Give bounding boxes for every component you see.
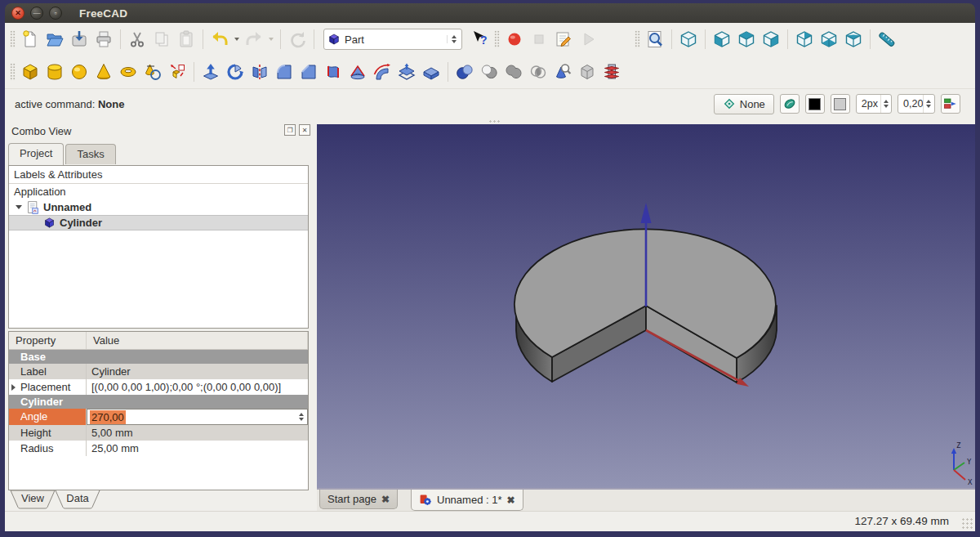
window-minimize-button[interactable]: — bbox=[30, 7, 43, 20]
redo-history-dropdown[interactable] bbox=[266, 27, 276, 51]
property-row-height[interactable]: Height 5,00 mm bbox=[9, 425, 308, 441]
property-group-base[interactable]: Base bbox=[9, 350, 308, 364]
view-front-button[interactable] bbox=[710, 27, 734, 51]
part-cut-button[interactable] bbox=[477, 60, 501, 84]
view-axonometric-button[interactable] bbox=[676, 27, 701, 51]
macro-play-button[interactable] bbox=[576, 27, 600, 51]
part-fillet-button[interactable] bbox=[272, 60, 296, 84]
tab-project[interactable]: Project bbox=[8, 143, 64, 165]
line-color-button[interactable] bbox=[805, 94, 825, 114]
part-primitives-button[interactable] bbox=[140, 60, 165, 84]
expander-icon[interactable] bbox=[16, 205, 22, 209]
3d-viewport[interactable]: Z Y X bbox=[317, 124, 975, 488]
part-box-button[interactable] bbox=[18, 60, 42, 84]
part-extrude-button[interactable] bbox=[198, 60, 223, 84]
property-row-placement[interactable]: Placement [(0,00 0,00 1,00);0,00 °;(0,00… bbox=[9, 379, 308, 395]
part-ruled-surface-button[interactable] bbox=[321, 60, 345, 84]
panel-close-button[interactable]: ✕ bbox=[299, 124, 310, 136]
part-thickness-button[interactable] bbox=[419, 60, 443, 84]
view-fit-all-button[interactable] bbox=[643, 27, 667, 51]
scale-spinbox[interactable]: 0,20 bbox=[898, 94, 935, 114]
copy-button[interactable] bbox=[149, 27, 174, 51]
tab-data[interactable]: Data bbox=[55, 490, 100, 509]
spinner-icon[interactable] bbox=[296, 413, 307, 421]
snap-toggle-button[interactable] bbox=[780, 94, 800, 114]
tab-start-page[interactable]: Start page ✖ bbox=[319, 490, 398, 509]
panel-float-button[interactable]: ❐ bbox=[284, 124, 296, 136]
save-button[interactable] bbox=[67, 27, 91, 51]
toolbar-handle[interactable] bbox=[635, 30, 640, 48]
spinner-icon[interactable] bbox=[880, 95, 891, 113]
tree-item-cylinder[interactable]: Cylinder bbox=[9, 215, 308, 230]
face-color-button[interactable] bbox=[831, 94, 850, 114]
cut-button[interactable] bbox=[125, 27, 149, 51]
close-tab-icon[interactable]: ✖ bbox=[381, 494, 390, 504]
undo-history-dropdown[interactable] bbox=[232, 27, 242, 51]
macro-record-button[interactable] bbox=[502, 27, 527, 51]
part-torus-button[interactable] bbox=[116, 60, 140, 84]
viewport-area: Z Y X Start page ✖ Unnamed : 1* ✖ bbox=[317, 119, 975, 511]
toolbar-separator bbox=[194, 62, 194, 82]
close-tab-icon[interactable]: ✖ bbox=[507, 495, 515, 505]
part-boolean-button[interactable] bbox=[452, 60, 477, 84]
part-shape-builder-button[interactable] bbox=[165, 60, 189, 84]
angle-edit-field[interactable]: 270,00 bbox=[87, 409, 308, 425]
window-maximize-button[interactable]: ▫ bbox=[49, 7, 62, 20]
window-close-button[interactable]: ✕ bbox=[11, 7, 24, 20]
expander-icon[interactable] bbox=[11, 384, 16, 391]
toolbar-handle[interactable] bbox=[10, 63, 16, 81]
toolbar-handle[interactable] bbox=[494, 30, 500, 48]
property-row-angle[interactable]: Angle 270,00 bbox=[9, 409, 308, 425]
measure-button[interactable] bbox=[875, 27, 899, 51]
tab-view[interactable]: View bbox=[10, 490, 56, 509]
resize-grip-icon[interactable] bbox=[961, 517, 973, 529]
part-cross-sections-button[interactable] bbox=[599, 60, 624, 84]
workbench-selector[interactable]: Part bbox=[323, 29, 462, 50]
line-width-spinbox[interactable]: 2px bbox=[856, 94, 892, 114]
view-bottom-button[interactable] bbox=[817, 27, 841, 51]
print-button[interactable] bbox=[91, 27, 116, 51]
part-check-geometry-button[interactable] bbox=[550, 60, 575, 84]
part-cone-button[interactable] bbox=[91, 60, 116, 84]
application-window: Part ? bbox=[5, 23, 975, 531]
part-sweep-button[interactable] bbox=[370, 60, 394, 84]
new-document-button[interactable] bbox=[18, 27, 42, 51]
toggle-display-mode-button[interactable] bbox=[941, 94, 960, 114]
paste-button[interactable] bbox=[174, 27, 198, 51]
tree-item-document[interactable]: Unnamed bbox=[9, 199, 308, 215]
autogroup-button[interactable]: None bbox=[714, 94, 774, 114]
undo-button[interactable] bbox=[207, 27, 232, 51]
part-chamfer-button[interactable] bbox=[296, 60, 321, 84]
property-row-label[interactable]: Label Cylinder bbox=[9, 364, 308, 379]
open-file-button[interactable] bbox=[42, 27, 67, 51]
freecad-document-icon bbox=[419, 494, 432, 507]
view-left-button[interactable] bbox=[841, 27, 866, 51]
whats-this-button[interactable]: ? bbox=[467, 27, 492, 51]
view-right-button[interactable] bbox=[759, 27, 783, 51]
part-compound-button[interactable] bbox=[575, 60, 599, 84]
view-top-button[interactable] bbox=[734, 27, 759, 51]
part-loft-button[interactable] bbox=[345, 60, 370, 84]
spinner-icon[interactable] bbox=[923, 95, 933, 113]
tab-tasks[interactable]: Tasks bbox=[65, 144, 115, 164]
property-row-radius[interactable]: Radius 25,00 mm bbox=[9, 441, 308, 456]
part-mirror-button[interactable] bbox=[247, 60, 272, 84]
draft-tray: None 2px 0,20 bbox=[714, 94, 965, 114]
tab-unnamed-document[interactable]: Unnamed : 1* ✖ bbox=[411, 490, 523, 511]
part-revolve-button[interactable] bbox=[223, 60, 247, 84]
macro-edit-button[interactable] bbox=[551, 27, 576, 51]
part-sphere-button[interactable] bbox=[67, 60, 91, 84]
property-group-cylinder[interactable]: Cylinder bbox=[9, 395, 308, 409]
tree-item-application[interactable]: Application bbox=[9, 184, 308, 199]
part-intersection-button[interactable] bbox=[526, 60, 550, 84]
combo-view-tabs: Project Tasks bbox=[8, 143, 118, 164]
part-offset-button[interactable] bbox=[394, 60, 419, 84]
part-cylinder-button[interactable] bbox=[42, 60, 67, 84]
redo-button[interactable] bbox=[242, 27, 266, 51]
part-union-button[interactable] bbox=[501, 60, 526, 84]
toolbar-handle[interactable] bbox=[10, 30, 16, 48]
splitter[interactable] bbox=[317, 119, 975, 124]
macro-stop-button[interactable] bbox=[527, 27, 551, 51]
view-rear-button[interactable] bbox=[792, 27, 817, 51]
refresh-button[interactable] bbox=[285, 27, 310, 51]
